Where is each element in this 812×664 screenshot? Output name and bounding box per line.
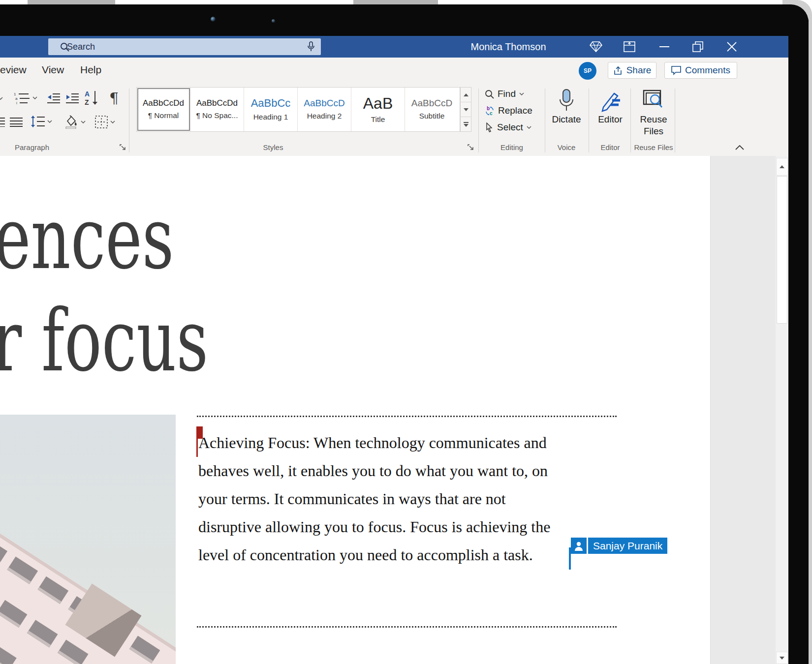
find-icon: [485, 90, 494, 99]
paragraph-group-label: Paragraph: [5, 143, 59, 151]
shading-button[interactable]: [63, 115, 86, 129]
select-label: Select: [497, 122, 523, 133]
collab-cursor-red-stem: [196, 439, 198, 457]
microphone-icon: [558, 89, 575, 114]
vertical-scrollbar[interactable]: [776, 156, 788, 664]
comment-icon: [671, 66, 681, 75]
gallery-more-button[interactable]: [461, 117, 471, 131]
document-heading-line1[interactable]: ences: [0, 195, 174, 281]
share-button[interactable]: Share: [608, 62, 656, 79]
scrollbar-down-button[interactable]: [776, 652, 788, 664]
collaborator-flag: Sanjay Puranik: [571, 538, 667, 554]
styles-gallery-scroll: [460, 87, 471, 132]
tab-view[interactable]: View: [42, 58, 64, 84]
svg-text:A: A: [85, 90, 90, 98]
editor-button[interactable]: [600, 90, 621, 112]
replace-label: Replace: [498, 105, 532, 116]
collab-cursor-red-flag: [196, 426, 203, 439]
gallery-scroll-down[interactable]: [461, 102, 471, 117]
reuse-files-label-line2: Files: [633, 126, 674, 137]
scrollbar-up-button[interactable]: [776, 158, 788, 176]
replace-button[interactable]: bc Replace: [485, 105, 532, 116]
screen: Search Monica Thomson eview View Help SP: [0, 0, 812, 664]
minimize-button[interactable]: [657, 36, 671, 58]
document-heading-line2[interactable]: r focus: [0, 298, 208, 384]
reuse-files-icon: [643, 90, 664, 112]
style-no-spacing[interactable]: AaBbCcDd ¶ No Spac...: [190, 88, 244, 131]
styles-dialog-launcher[interactable]: [468, 144, 474, 151]
editing-group-label: Editing: [485, 143, 539, 151]
close-button[interactable]: [725, 36, 739, 58]
paragraph-dialog-launcher[interactable]: [120, 144, 126, 151]
scrollbar-thumb[interactable]: [777, 176, 787, 324]
svg-text:Z: Z: [85, 98, 89, 106]
group-divider: [129, 89, 129, 152]
editor-label: Editor: [591, 114, 630, 125]
collab-cursor-blue-caret: [569, 547, 571, 570]
find-button[interactable]: Find: [485, 89, 524, 99]
reuse-files-label-line1: Reuse: [633, 114, 674, 125]
find-label: Find: [498, 89, 516, 99]
comments-button[interactable]: Comments: [664, 62, 737, 79]
styles-gallery: AaBbCcDd ¶ Normal AaBbCcDd ¶ No Spac... …: [136, 87, 460, 132]
webcam-icon: [272, 19, 275, 23]
voice-group-label: Voice: [546, 143, 587, 151]
sort-button[interactable]: AZ: [85, 90, 99, 106]
justify-button[interactable]: [10, 117, 23, 127]
reuse-files-group-label: Reuse Files: [631, 143, 676, 151]
paragraph-line: level of concentration you need to accom…: [198, 541, 550, 569]
person-icon: [571, 538, 587, 554]
editor-pen-icon: [600, 90, 621, 112]
svg-text:1: 1: [14, 92, 16, 96]
share-icon: [613, 66, 623, 75]
reuse-files-button[interactable]: [643, 90, 664, 112]
laptop-bezel: [0, 4, 809, 36]
search-mic-icon[interactable]: [307, 41, 315, 52]
line-spacing-button[interactable]: [31, 115, 52, 128]
avatar[interactable]: SP: [579, 62, 596, 80]
document-photo[interactable]: [0, 415, 176, 664]
svg-text:a: a: [15, 96, 18, 101]
paragraph-line: behaves well, it enables you to do what …: [198, 457, 550, 485]
document-paragraph[interactable]: Achieving Focus: When technology communi…: [198, 429, 550, 569]
ribbon-display-options-icon[interactable]: [623, 36, 636, 58]
user-name: Monica Thomson: [443, 36, 574, 58]
borders-button[interactable]: [94, 115, 115, 129]
title-bar: Search Monica Thomson: [0, 36, 788, 58]
webcam-icon: [211, 17, 216, 22]
tab-review[interactable]: eview: [0, 58, 27, 84]
increase-indent-button[interactable]: [65, 92, 79, 103]
paragraph-line: Achieving Focus: When technology communi…: [198, 429, 550, 457]
collapse-ribbon-button[interactable]: [735, 145, 744, 150]
search-placeholder: Search: [67, 42, 95, 52]
group-divider: [589, 89, 589, 152]
multilevel-list-button[interactable]: 1 a i: [14, 91, 37, 104]
decrease-indent-button[interactable]: [47, 92, 61, 103]
dictate-button[interactable]: [558, 89, 575, 114]
comments-label: Comments: [685, 65, 730, 76]
tab-help[interactable]: Help: [80, 58, 101, 84]
document-page[interactable]: ences r focus Achieving Focus: When tech…: [0, 156, 788, 664]
restore-button[interactable]: [691, 36, 705, 58]
style-normal[interactable]: AaBbCcDd ¶ Normal: [137, 88, 190, 131]
dictate-label: Dictate: [546, 114, 587, 125]
premium-diamond-icon[interactable]: [589, 36, 603, 58]
show-paragraph-marks-button[interactable]: ¶: [109, 90, 119, 107]
style-title[interactable]: AaB Title: [351, 88, 405, 131]
collaborator-name: Sanjay Puranik: [588, 538, 667, 554]
style-heading1[interactable]: AaBbCc Heading 1: [244, 88, 298, 131]
align-button[interactable]: [0, 117, 5, 127]
svg-text:c: c: [490, 111, 493, 116]
gallery-scroll-up[interactable]: [461, 88, 471, 102]
style-heading2[interactable]: AaBbCcD Heading 2: [298, 88, 351, 131]
share-label: Share: [626, 65, 652, 76]
paragraph-line: your terms. It communicates in ways that…: [198, 485, 550, 513]
search-input[interactable]: Search: [48, 38, 321, 55]
select-button[interactable]: Select: [485, 122, 531, 133]
group-divider: [675, 89, 675, 152]
paragraph-line: disruptive allowing you to focus. Focus …: [198, 513, 550, 541]
chevron-down-icon[interactable]: [0, 97, 3, 100]
editor-group-label: Editor: [591, 143, 630, 151]
style-subtitle[interactable]: AaBbCcD Subtitle: [405, 88, 459, 131]
ribbon: 1 a i AZ ¶: [0, 84, 788, 156]
